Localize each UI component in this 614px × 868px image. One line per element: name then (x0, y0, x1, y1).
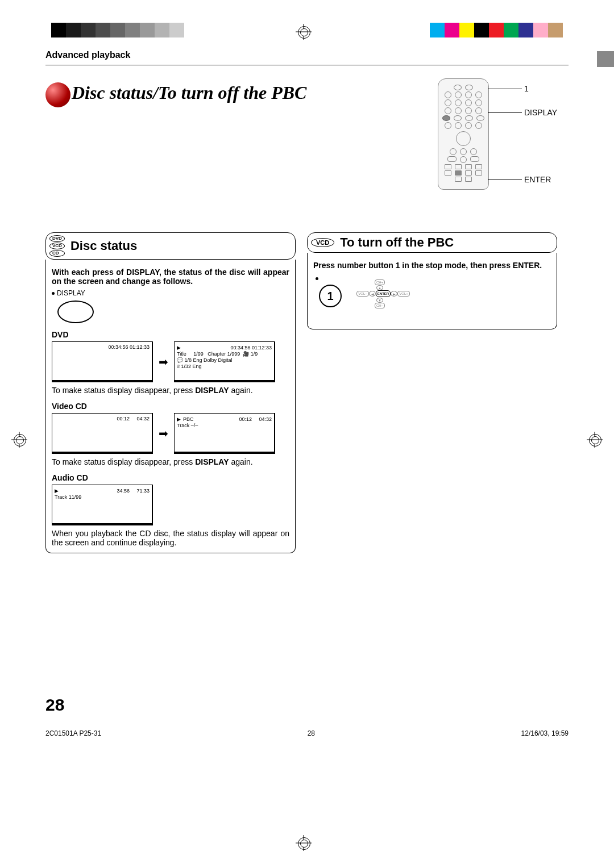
cd-screen: ▶ 34:56 71:33 Track 11/99 (52, 485, 153, 525)
crop-mark-bottom (296, 835, 312, 851)
dvd-note: To make status display disappear, press … (52, 386, 289, 395)
remote-label-display: DISPLAY (524, 108, 557, 117)
page-title-text: Disc status/To turn off the PBC (72, 82, 306, 103)
display-button-icon (57, 301, 94, 323)
cd-label: Audio CD (52, 473, 289, 482)
cd-note: When you playback the CD disc, the statu… (52, 529, 289, 547)
pbc-heading-text: To turn off the PBC (340, 235, 454, 250)
disc-status-column: DVD VCD CD Disc status With each press o… (45, 232, 296, 553)
pbc-column: VCD To turn off the PBC Press number but… (307, 232, 557, 553)
footer-center: 28 (101, 729, 521, 737)
dvd-screen-2: ▶00:34:56 01:12:33 Title 1/99 Chapter 1/… (174, 341, 275, 382)
disc-type-badges: DVD VCD CD (49, 235, 65, 257)
arrow-right-icon: ➡ (159, 427, 168, 440)
disc-status-heading-text: Disc status (70, 239, 137, 253)
pbc-heading: VCD To turn off the PBC (307, 232, 557, 253)
pbc-intro: Press number button 1 in the stop mode, … (313, 261, 551, 270)
enter-pad-diagram: CH+ ▲ VOL– ◀ ENTER ▶ VOL+ ▼ CH– (353, 281, 404, 307)
vcd-screen-1: 00:12 04:32 (52, 413, 153, 454)
divider (45, 65, 569, 65)
page-content: Advanced playback Disc status/To turn of… (45, 50, 569, 709)
vcd-note: To make status display disappear, press … (52, 457, 289, 466)
footer-left: 2C01501A P25-31 (45, 729, 101, 737)
page-number: 28 (45, 695, 64, 715)
section-heading: Advanced playback (45, 50, 569, 60)
vcd-label: Video CD (52, 402, 289, 411)
side-tab (597, 51, 614, 67)
sphere-icon (45, 82, 70, 107)
crop-mark-top (296, 24, 312, 40)
arrow-right-icon: ➡ (159, 355, 168, 369)
dvd-label: DVD (52, 330, 289, 339)
vcd-screen-2: ▶PBC 00:12 04:32 Track –/– (174, 413, 275, 454)
remote-label-enter: ENTER (524, 175, 551, 184)
crop-mark-left (11, 432, 27, 448)
crop-mark-right (587, 432, 603, 448)
grayscale-bar (51, 23, 184, 37)
footer-right: 12/16/03, 19:59 (521, 729, 569, 737)
footer: 2C01501A P25-31 28 12/16/03, 19:59 (45, 729, 569, 737)
one-button-icon: 1 (319, 285, 342, 307)
color-bar (430, 23, 563, 37)
display-bullet: DISPLAY (52, 289, 289, 297)
disc-status-intro: With each press of DISPLAY, the status o… (52, 268, 289, 286)
remote-label-1: 1 (524, 84, 529, 93)
remote-diagram: 1 DISPLAY ENTER (438, 78, 500, 192)
dvd-screen-1: 00:34:56 01:12:33 (52, 341, 153, 382)
vcd-badge: VCD (311, 238, 334, 247)
disc-status-heading: DVD VCD CD Disc status (45, 232, 296, 260)
